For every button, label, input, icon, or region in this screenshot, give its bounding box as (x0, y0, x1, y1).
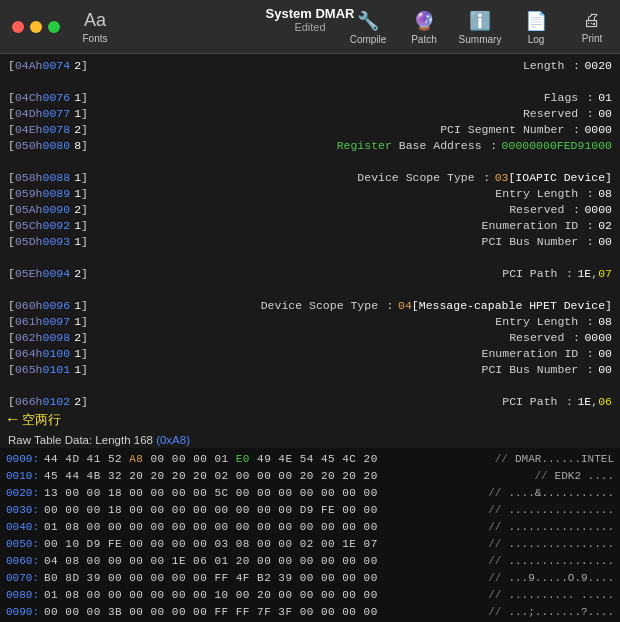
table-row: [062h 0098 2]Reserved : 0000 (0, 330, 620, 346)
row-value: 1E (577, 394, 591, 410)
row-name: Entry Length (495, 315, 578, 328)
bracket-close: ] (81, 362, 88, 378)
hex-line: 0060: 04 08 00 00 00 00 1E 06 01 20 00 0… (0, 552, 620, 569)
bracket-open: [ (8, 362, 15, 378)
row-name: PCI Bus Number (482, 363, 579, 376)
bracket-open: [ (8, 266, 15, 282)
row-name: PCI Bus Number (482, 235, 579, 248)
row-value: 00 (598, 346, 612, 362)
row-addr: 05Ah (15, 202, 43, 218)
bracket-open: [ (8, 314, 15, 330)
hex-addr: 0010: (6, 470, 44, 482)
log-button[interactable]: 📄 Log (508, 0, 564, 54)
row-offset: 0100 (43, 346, 71, 362)
hex-addr: 0000: (6, 453, 44, 465)
row-addr: 05Ch (15, 218, 43, 234)
bracket-close: ] (81, 346, 88, 362)
bracket-open: [ (8, 170, 15, 186)
row-value: 00 (598, 106, 612, 122)
row-value-2: 07 (598, 266, 612, 282)
hex-bytes: 04 08 00 00 00 00 1E 06 01 20 00 00 00 0… (44, 555, 488, 567)
row-value-num: 03 (495, 170, 509, 186)
row-offset: 0096 (43, 298, 71, 314)
row-value-num: 04 (398, 298, 412, 314)
row-size: 1 (74, 346, 81, 362)
toolbar-left: Aa Fonts (60, 0, 130, 54)
empty-row (0, 378, 620, 394)
raw-header: Raw Table Data: Length 168 (0xA8) (0, 430, 620, 448)
hex-bytes: 13 00 00 18 00 00 00 00 5C 00 00 00 00 0… (44, 487, 488, 499)
compile-button[interactable]: 🔧 Compile (340, 0, 396, 54)
traffic-lights (12, 21, 60, 33)
bracket-open: [ (8, 330, 15, 346)
row-offset: 0098 (43, 330, 71, 346)
row-size: 1 (74, 106, 81, 122)
hex-ascii: DMAR......INTEL (508, 453, 614, 465)
hex-line: 0030: 00 00 00 18 00 00 00 00 00 00 00 0… (0, 501, 620, 518)
print-button[interactable]: 🖨 Print (564, 0, 620, 54)
row-size: 2 (74, 330, 81, 346)
bracket-close: ] (81, 266, 88, 282)
hex-ascii: ...9.....O.9.... (502, 572, 614, 584)
hex-bytes: 00 10 D9 FE 00 00 00 00 03 08 00 00 02 0… (44, 538, 488, 550)
bracket-open: [ (8, 90, 15, 106)
table-row: [04Ah 0074 2]Length : 0020 (0, 58, 620, 74)
summary-button[interactable]: ℹ️ Summary (452, 0, 508, 54)
hex-comment: // (488, 504, 502, 516)
hex-ascii: EDK2 .... (548, 470, 614, 482)
minimize-button[interactable] (30, 21, 42, 33)
hex-bytes: 45 44 4B 32 20 20 20 20 02 00 00 00 20 2… (44, 470, 534, 482)
row-value-text: [Message-capable HPET Device] (412, 298, 612, 314)
hex-comment: // (534, 470, 548, 482)
hex-comment: // (488, 538, 502, 550)
hex-line: 0020: 13 00 00 18 00 00 00 00 5C 00 00 0… (0, 484, 620, 501)
hex-bytes: 00 00 00 18 00 00 00 00 00 00 00 00 D9 F… (44, 504, 488, 516)
row-value: 1E (577, 266, 591, 282)
raw-prefix: Raw Table Data: Length (8, 434, 134, 446)
annotation-arrow: ← (8, 411, 18, 429)
row-offset: 0078 (43, 122, 71, 138)
hex-ascii: ................ (502, 555, 614, 567)
table-row: [05Eh 0094 2]PCI Path : 1E,07 (0, 266, 620, 282)
hex-addr: 0090: (6, 606, 44, 618)
bracket-close: ] (81, 234, 88, 250)
titlebar: Aa Fonts System DMAR Edited 🔧 Compile 🔮 … (0, 0, 620, 54)
toolbar: 🔧 Compile 🔮 Patch ℹ️ Summary 📄 Log 🖨 Pri… (340, 0, 620, 54)
row-value: 08 (598, 186, 612, 202)
row-value-text: [IOAPIC Device] (508, 170, 612, 186)
row-size: 2 (74, 58, 81, 74)
close-button[interactable] (12, 21, 24, 33)
maximize-button[interactable] (48, 21, 60, 33)
hex-line: 0080: 01 08 00 00 00 00 00 00 10 00 20 0… (0, 586, 620, 603)
bracket-close: ] (81, 298, 88, 314)
row-name: Reserved (523, 107, 578, 120)
bracket-close: ] (81, 394, 88, 410)
hex-addr: 0050: (6, 538, 44, 550)
row-name: PCI Segment Number (440, 123, 564, 136)
bracket-close: ] (81, 138, 88, 154)
table-row: [064h 0100 1]Enumeration ID : 00 (0, 346, 620, 362)
table-row: [04Eh 0078 2]PCI Segment Number : 0000 (0, 122, 620, 138)
patch-button[interactable]: 🔮 Patch (396, 0, 452, 54)
table-row: [058h 0088 1]Device Scope Type : 03 [IOA… (0, 170, 620, 186)
fonts-button[interactable]: Aa Fonts (60, 0, 130, 54)
bracket-open: [ (8, 202, 15, 218)
row-addr: 04Ch (15, 90, 43, 106)
row-addr: 058h (15, 170, 43, 186)
row-name: Entry Length (495, 187, 578, 200)
row-offset: 0080 (43, 138, 71, 154)
bracket-open: [ (8, 122, 15, 138)
row-addr: 062h (15, 330, 43, 346)
row-value: 00000000FED91000 (502, 138, 612, 154)
row-name: PCI Path (502, 267, 557, 280)
row-value-2: 06 (598, 394, 612, 410)
hex-ascii: ................ (502, 504, 614, 516)
row-offset: 0076 (43, 90, 71, 106)
row-addr: 064h (15, 346, 43, 362)
bracket-open: [ (8, 186, 15, 202)
hex-line: 0090: 00 00 00 3B 00 00 00 00 FF FF 7F 3… (0, 603, 620, 620)
bracket-close: ] (81, 58, 88, 74)
bracket-open: [ (8, 234, 15, 250)
bracket-open: [ (8, 346, 15, 362)
raw-count: 168 (134, 434, 153, 446)
